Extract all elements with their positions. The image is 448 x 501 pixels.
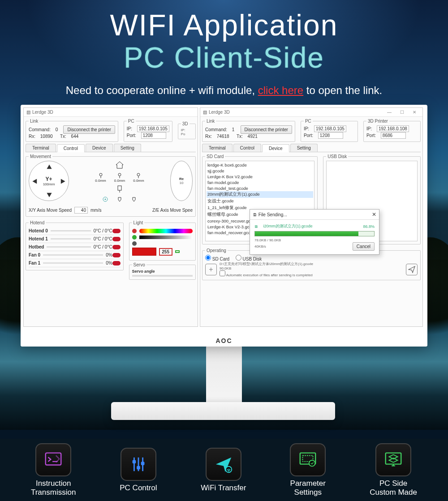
therm-slider[interactable]	[47, 246, 90, 248]
dialog-close-button[interactable]: ✕	[372, 211, 376, 218]
tab-bar: Terminal Control Device Setting	[202, 144, 421, 152]
therm-slider[interactable]	[43, 254, 103, 256]
light-value2-input[interactable]	[175, 250, 180, 253]
radio-sd[interactable]: SD Card	[205, 255, 229, 261]
xy-speed-label: X/Y Axis Move Speed	[29, 208, 72, 213]
tab-setting[interactable]: Setting	[290, 144, 318, 152]
file-item[interactable]: sjj.gcode	[207, 168, 313, 174]
therm-slider[interactable]	[51, 238, 91, 240]
file-size: 90.0KB	[220, 266, 403, 270]
svg-point-1	[118, 173, 121, 176]
svg-rect-9	[141, 462, 145, 465]
therm-toggle[interactable]	[112, 245, 121, 249]
tab-terminal[interactable]: Terminal	[26, 144, 56, 152]
file-item[interactable]: fan model.gcode	[207, 180, 313, 185]
therm-toggle[interactable]	[112, 229, 121, 233]
tab-bar: Terminal Control Device Setting	[26, 144, 196, 152]
file-item[interactable]: fan model_test.gcode	[207, 185, 313, 191]
monitor: ▧ Lerdge 3D Link Command: 0 Disconnect t…	[21, 105, 427, 347]
hero-title-2: PC Client-Side	[0, 41, 448, 74]
disconnect-button[interactable]: Disconnect the printer	[63, 125, 115, 134]
window-title: Lerdge 3D	[209, 110, 230, 115]
minimize-button[interactable]: —	[384, 110, 395, 115]
home-icon[interactable]	[115, 161, 124, 170]
svg-rect-3	[118, 186, 121, 190]
pin-icon	[116, 172, 123, 179]
therm-slider[interactable]	[51, 230, 91, 231]
hero-subtitle: Need to cooperate online + wifi module, …	[0, 84, 448, 97]
app-window-control: ▧ Lerdge 3D Link Command: 0 Disconnect t…	[23, 107, 198, 327]
tab-control[interactable]: Control	[233, 144, 261, 152]
add-file-button[interactable]: +	[205, 264, 217, 275]
svg-point-0	[99, 173, 102, 176]
tab-device[interactable]: Device	[262, 144, 289, 152]
file-item[interactable]: lerdge-K box6.gcode	[207, 162, 313, 168]
arrow-up-icon[interactable]	[46, 164, 52, 170]
light-legend: Light	[132, 220, 145, 225]
pc-port-input[interactable]: 1208	[141, 132, 166, 139]
settings-screen-icon	[297, 450, 318, 470]
extrude-icon[interactable]	[115, 184, 124, 193]
color-swatch	[132, 248, 156, 256]
click-here-link[interactable]: click here	[258, 84, 303, 96]
servo-slider[interactable]	[132, 275, 193, 277]
therm-value: 0°C / 0°C	[94, 228, 112, 233]
progress-rate: 40KB/s	[254, 244, 266, 248]
light-value-input[interactable]: 255	[159, 248, 172, 256]
tab-setting[interactable]: Setting	[114, 144, 141, 152]
progress-bytes: 78.0KB / 90.0KB	[254, 238, 375, 242]
therm-name: Fan 0	[29, 253, 40, 257]
file-item[interactable]: 20mm的测试立方(1).gcode	[207, 191, 313, 198]
xy-jog-dial[interactable]: Y+ 100mm	[29, 161, 69, 201]
svg-point-14	[309, 460, 315, 466]
tab-device[interactable]: Device	[86, 144, 113, 152]
dialog-title: File Sending...	[258, 212, 287, 217]
tab-terminal[interactable]: Terminal	[202, 144, 233, 152]
disconnect-button[interactable]: Disconnect the printer	[241, 125, 292, 134]
servo-angle-label: Servo angle	[132, 269, 193, 274]
document-icon: 🗎	[253, 212, 257, 217]
target-icon[interactable]	[102, 196, 108, 202]
therm-toggle[interactable]	[112, 261, 121, 265]
hue-slider[interactable]	[139, 229, 193, 233]
brightness-slider[interactable]	[139, 236, 193, 239]
xy-speed-input[interactable]: 40	[74, 207, 88, 214]
radio-usb[interactable]: USB Disk	[236, 255, 262, 261]
close-button[interactable]: ✕	[409, 110, 420, 115]
light-green-icon[interactable]	[132, 235, 137, 240]
printer-ip-input[interactable]: 192.168.0.108	[377, 125, 409, 132]
app-window-device: ▧ Lerdge 3D — ☐ ✕ Link Command: 1 Discon…	[200, 107, 423, 327]
light-off-icon[interactable]	[132, 241, 137, 246]
file-item[interactable]: Lerdge-K Box V2.gcode	[207, 174, 313, 180]
terminal-icon	[43, 450, 64, 470]
printer-port-input[interactable]: 8686	[381, 132, 406, 139]
progress-bar	[254, 231, 375, 236]
pc-ip-input[interactable]: 192.168.0.105	[137, 125, 169, 132]
therm-toggle[interactable]	[112, 253, 121, 257]
cancel-button[interactable]: Cancel	[353, 242, 375, 251]
ze-speed-label: Z/E Axis Move Spee	[152, 208, 193, 213]
therm-slider[interactable]	[43, 262, 103, 264]
ze-jog-dial[interactable]: Re10	[170, 161, 193, 201]
layers-screen-icon	[383, 450, 404, 470]
app-icon: ▧	[203, 110, 207, 115]
therm-value: 0%	[106, 253, 112, 257]
nozzle-icon[interactable]	[116, 196, 123, 202]
arrow-down-icon[interactable]	[46, 192, 52, 198]
auto-exec-checkbox[interactable]: Automatic execution of files after sendi…	[220, 273, 313, 277]
arrow-right-icon[interactable]	[60, 178, 66, 184]
pc-port-input[interactable]: 1208	[318, 132, 343, 139]
pc-ip-input[interactable]: 192.168.0.105	[314, 125, 346, 132]
arrow-left-icon[interactable]	[32, 178, 38, 184]
maximize-button[interactable]: ☐	[396, 110, 407, 115]
therm-name: Hotend 1	[29, 236, 48, 241]
svg-point-5	[105, 199, 106, 200]
feature-instruction: InstructionTransmission	[31, 443, 76, 497]
nozzle-icon[interactable]	[131, 196, 137, 202]
light-red-icon[interactable]	[132, 229, 137, 233]
therm-toggle[interactable]	[112, 237, 121, 241]
tab-control[interactable]: Control	[57, 144, 85, 152]
pc-legend: PC	[304, 119, 313, 124]
file-item[interactable]: 女战士.gcode	[207, 198, 313, 205]
send-button[interactable]	[406, 264, 418, 275]
